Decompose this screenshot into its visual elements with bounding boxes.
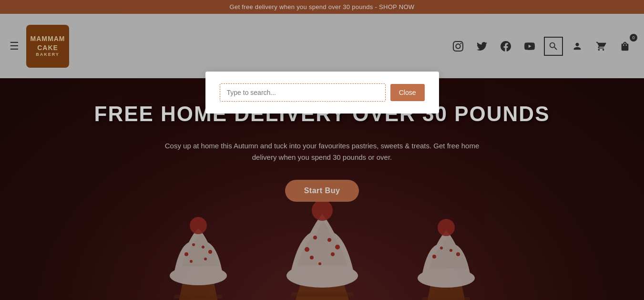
search-overlay[interactable]: Close bbox=[0, 0, 644, 300]
search-input[interactable] bbox=[220, 83, 386, 102]
search-modal: Close bbox=[205, 72, 439, 114]
close-button[interactable]: Close bbox=[390, 84, 425, 101]
